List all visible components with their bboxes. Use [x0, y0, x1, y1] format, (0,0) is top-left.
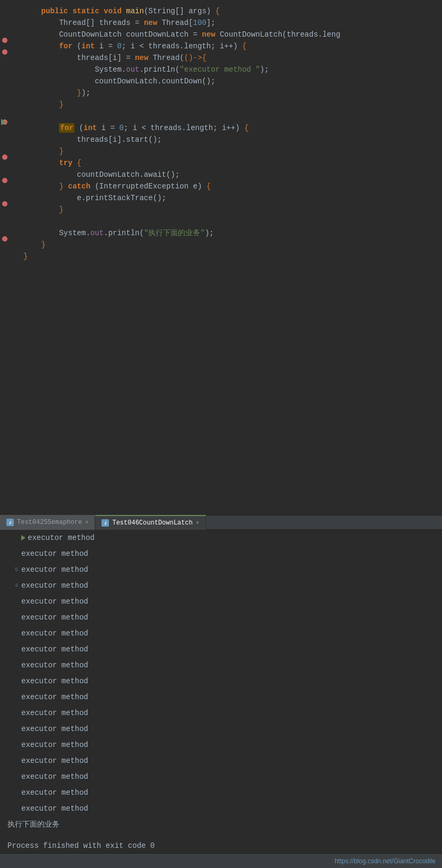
- console-output-line: 5executor method: [0, 562, 442, 578]
- process-finished-line: Process finished with exit code 0: [0, 838, 442, 854]
- breakpoint-indicator[interactable]: [2, 201, 7, 207]
- code-line: public static void main(String[] args) {: [0, 5, 442, 17]
- console-text-content: executor method: [21, 546, 88, 562]
- console-output-line: executor method: [0, 546, 442, 562]
- console-output-line: executor method: [0, 737, 442, 753]
- console-output-line: executor method: [0, 625, 442, 641]
- breakpoint-indicator[interactable]: [2, 49, 7, 55]
- tab-java-icon-semaphore: J: [6, 519, 14, 526]
- console-output-line: executor method: [0, 769, 442, 785]
- console-output-line: executor method: [0, 801, 442, 817]
- tab-countdown-label: Test046CountDownLatch: [112, 519, 192, 527]
- console-line-number: 4: [7, 578, 18, 594]
- code-line: System.out.println("执行下面的业务");: [0, 227, 442, 239]
- tab-semaphore-close[interactable]: ×: [85, 520, 88, 526]
- line-content: } catch (InterruptedException e) {: [19, 181, 442, 192]
- breakpoint-indicator[interactable]: [2, 178, 7, 183]
- console-text-content: executor method: [21, 625, 88, 641]
- breakpoint-indicator[interactable]: [2, 236, 7, 242]
- line-content: countDownLatch.await();: [19, 169, 442, 181]
- line-content: Thread[] threads = new Thread[100];: [19, 17, 442, 29]
- console-text-content: executor method: [28, 530, 95, 546]
- console-output-line: executor method: [0, 753, 442, 769]
- console-output-line: executor method: [0, 785, 442, 801]
- status-url: https://blog.csdn.net/GiantCrocodile: [335, 857, 436, 865]
- line-content: threads[i] = new Thread(()->{: [19, 52, 442, 64]
- line-content: }: [19, 145, 442, 157]
- code-line: threads[i].start();: [0, 134, 442, 145]
- console-line-number: 5: [7, 562, 18, 578]
- console-output-line: executor method: [0, 657, 442, 673]
- code-line: e.printStackTrace();: [0, 192, 442, 204]
- console-text-content: executor method: [21, 657, 88, 673]
- tab-semaphore-label: Test0425Semaphore: [17, 519, 82, 526]
- console-text-content: executor method: [21, 594, 88, 609]
- console-text-content: executor method: [21, 801, 88, 817]
- app-layout: public static void main(String[] args) {…: [0, 0, 442, 868]
- line-content: }: [19, 204, 442, 216]
- console-text-content: executor method: [21, 737, 88, 753]
- breakpoint-indicator[interactable]: [2, 38, 7, 43]
- code-line: }: [0, 145, 442, 157]
- code-line: }: [0, 239, 442, 251]
- code-line: Thread[] threads = new Thread[100];: [0, 17, 442, 29]
- code-line: }: [0, 251, 442, 262]
- console-text-content: executor method: [21, 689, 88, 705]
- code-line: threads[i] = new Thread(()->{: [0, 52, 442, 64]
- status-bar: https://blog.csdn.net/GiantCrocodile: [0, 853, 442, 868]
- code-line: [0, 216, 442, 227]
- code-line: CountDownLatch countDownLatch = new Coun…: [0, 29, 442, 40]
- console-text-content: executor method: [21, 785, 88, 801]
- code-line: for (int i = 0; i < threads.length; i++)…: [0, 40, 442, 52]
- tab-bar: J Test0425Semaphore × J Test046CountDown…: [0, 515, 442, 530]
- console-text-content: executor method: [21, 721, 88, 737]
- console-chinese-line: 执行下面的业务: [0, 817, 442, 832]
- code-line: });: [0, 87, 442, 99]
- code-line: countDownLatch.await();: [0, 169, 442, 181]
- code-line: }: [0, 204, 442, 216]
- line-content: e.printStackTrace();: [19, 192, 442, 204]
- console-text-content: executor method: [21, 641, 88, 657]
- console-chinese-text: 执行下面的业务: [7, 817, 60, 832]
- line-content: for (int i = 0; i < threads.length; i++)…: [19, 122, 442, 134]
- console-output-line: executor method: [0, 705, 442, 721]
- tab-countdown-close[interactable]: ×: [196, 520, 199, 526]
- console-output-line: executor method: [0, 689, 442, 705]
- line-content: public static void main(String[] args) {: [19, 5, 442, 17]
- code-line: for (int i = 0; i < threads.length; i++)…: [0, 122, 442, 134]
- line-content: try {: [19, 157, 442, 169]
- code-line: try {: [0, 157, 442, 169]
- console-text-content: executor method: [21, 769, 88, 785]
- console-area: executor methodexecutor method5executor …: [0, 530, 442, 868]
- console-output-line: executor method: [0, 721, 442, 737]
- line-content: countDownLatch.countDown();: [19, 75, 442, 87]
- tab-semaphore[interactable]: J Test0425Semaphore ×: [0, 515, 95, 530]
- line-content: }: [19, 251, 442, 262]
- line-content: });: [19, 87, 442, 99]
- code-line: countDownLatch.countDown();: [0, 75, 442, 87]
- line-content: }: [19, 239, 442, 251]
- line-content: for (int i = 0; i < threads.length; i++)…: [19, 40, 442, 52]
- console-output-line: executor method: [0, 641, 442, 657]
- tab-countdown[interactable]: J Test046CountDownLatch ×: [95, 515, 206, 530]
- code-line: }: [0, 99, 442, 110]
- execution-arrow: [1, 119, 6, 125]
- console-text-content: executor method: [21, 673, 88, 689]
- line-content: }: [19, 99, 442, 110]
- breakpoint-indicator[interactable]: [2, 154, 7, 160]
- console-output-line: executor method: [0, 673, 442, 689]
- code-line: } catch (InterruptedException e) {: [0, 181, 442, 192]
- console-output-line: executor method: [0, 530, 442, 546]
- console-text-content: executor method: [21, 705, 88, 721]
- console-text-content: executor method: [21, 578, 88, 594]
- console-text-content: executor method: [21, 562, 88, 578]
- console-text-content: executor method: [21, 753, 88, 769]
- line-content: CountDownLatch countDownLatch = new Coun…: [19, 29, 442, 40]
- line-content: System.out.println("执行下面的业务");: [19, 227, 442, 239]
- tab-java-icon-countdown: J: [101, 519, 109, 527]
- line-content: System.out.println("executor method ");: [19, 64, 442, 75]
- console-text-content: executor method: [21, 609, 88, 625]
- console-output-line: executor method: [0, 609, 442, 625]
- code-line: System.out.println("executor method ");: [0, 64, 442, 75]
- console-output-line: executor method: [0, 594, 442, 609]
